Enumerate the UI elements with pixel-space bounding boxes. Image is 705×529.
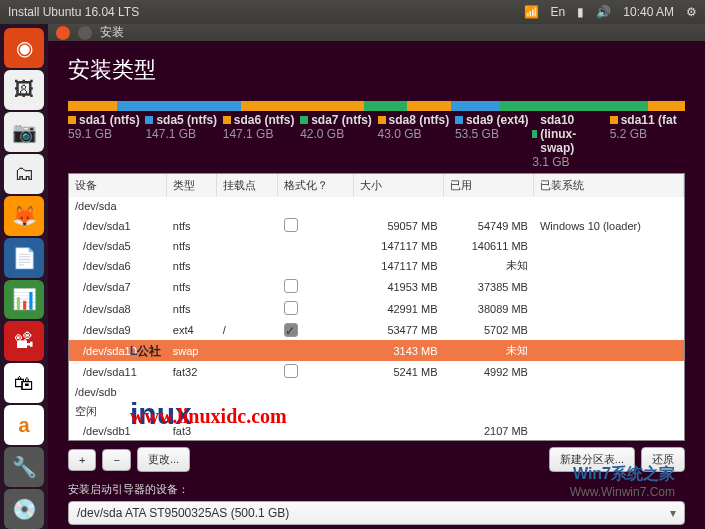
bootloader-dropdown[interactable]: /dev/sda ATA ST9500325AS (500.1 GB) ▾	[68, 501, 685, 525]
close-icon[interactable]	[56, 26, 70, 40]
amazon-icon[interactable]: a	[4, 405, 44, 445]
battery-icon[interactable]: ▮	[577, 5, 584, 19]
partition-bar	[68, 101, 685, 111]
window-title: 安装	[100, 24, 124, 41]
app-icon-1[interactable]: 🖼	[4, 70, 44, 110]
wifi-icon[interactable]: 📶	[524, 5, 539, 19]
menubar: Install Ubuntu 16.04 LTS 📶 En ▮ 🔊 10:40 …	[0, 0, 705, 24]
system-tray: 📶 En ▮ 🔊 10:40 AM ⚙	[524, 5, 697, 19]
partition-table-wrap: 设备 类型 挂载点 格式化？ 大小 已用 已装系统 /dev/sda/dev/s…	[68, 173, 685, 441]
col-used[interactable]: 已用	[444, 174, 534, 197]
table-row[interactable]: /dev/sda7ntfs41953 MB37385 MB	[69, 276, 684, 298]
dash-icon[interactable]: ◉	[4, 28, 44, 68]
volume-icon[interactable]: 🔊	[596, 5, 611, 19]
col-system[interactable]: 已装系统	[534, 174, 684, 197]
page-heading: 安装类型	[48, 41, 705, 93]
partition-labels: sda1 (ntfs)59.1 GBsda5 (ntfs)147.1 GBsda…	[68, 113, 685, 169]
lang-indicator[interactable]: En	[551, 5, 566, 19]
gear-icon[interactable]: ⚙	[686, 5, 697, 19]
table-row[interactable]: /dev/sda10swap3143 MB未知	[69, 340, 684, 361]
bootloader-value: /dev/sda ATA ST9500325AS (500.1 GB)	[77, 506, 289, 520]
col-device[interactable]: 设备	[69, 174, 167, 197]
table-row[interactable]: /dev/sda9ext4/✓53477 MB5702 MB	[69, 320, 684, 340]
table-row[interactable]: /dev/sda11fat325241 MB4992 MB	[69, 361, 684, 383]
add-button[interactable]: +	[68, 449, 96, 471]
remove-button[interactable]: −	[102, 449, 130, 471]
software-icon[interactable]: 🛍	[4, 363, 44, 403]
unity-launcher: ◉ 🖼 📷 🗂 🦊 📄 📊 📽 🛍 a 🔧 💿	[0, 24, 48, 529]
table-row[interactable]: /dev/sda5ntfs147117 MB140611 MB	[69, 237, 684, 255]
chevron-down-icon: ▾	[670, 506, 676, 520]
col-format[interactable]: 格式化？	[278, 174, 354, 197]
clock[interactable]: 10:40 AM	[623, 5, 674, 19]
app-icon-2[interactable]: 📷	[4, 112, 44, 152]
table-row[interactable]: /dev/sda8ntfs42991 MB38089 MB	[69, 298, 684, 320]
change-button[interactable]: 更改...	[137, 447, 190, 472]
minimize-icon[interactable]	[78, 26, 92, 40]
window-titlebar: 安装	[48, 24, 705, 41]
col-size[interactable]: 大小	[353, 174, 443, 197]
watermark-url: www.linuxidc.com	[130, 405, 287, 428]
col-mount[interactable]: 挂载点	[217, 174, 278, 197]
table-row[interactable]: /dev/sdb	[69, 383, 684, 401]
settings-icon[interactable]: 🔧	[4, 447, 44, 487]
files-icon[interactable]: 🗂	[4, 154, 44, 194]
partition-table: 设备 类型 挂载点 格式化？ 大小 已用 已装系统 /dev/sda/dev/s…	[69, 174, 684, 440]
calc-icon[interactable]: 📊	[4, 280, 44, 320]
firefox-icon[interactable]: 🦊	[4, 196, 44, 236]
install-window: 安装 安装类型 sda1 (ntfs)59.1 GBsda5 (ntfs)147…	[48, 24, 705, 529]
writer-icon[interactable]: 📄	[4, 238, 44, 278]
col-type[interactable]: 类型	[167, 174, 217, 197]
app-title: Install Ubuntu 16.04 LTS	[8, 5, 524, 19]
table-row[interactable]: /dev/sda	[69, 197, 684, 215]
watermark-site: Win7系统之家 Www.Winwin7.Com	[570, 464, 675, 499]
impress-icon[interactable]: 📽	[4, 321, 44, 361]
installer-icon[interactable]: 💿	[4, 489, 44, 529]
table-row[interactable]: /dev/sda1ntfs59057 MB54749 MBWindows 10 …	[69, 215, 684, 237]
table-row[interactable]: /dev/sda6ntfs147117 MB未知	[69, 255, 684, 276]
